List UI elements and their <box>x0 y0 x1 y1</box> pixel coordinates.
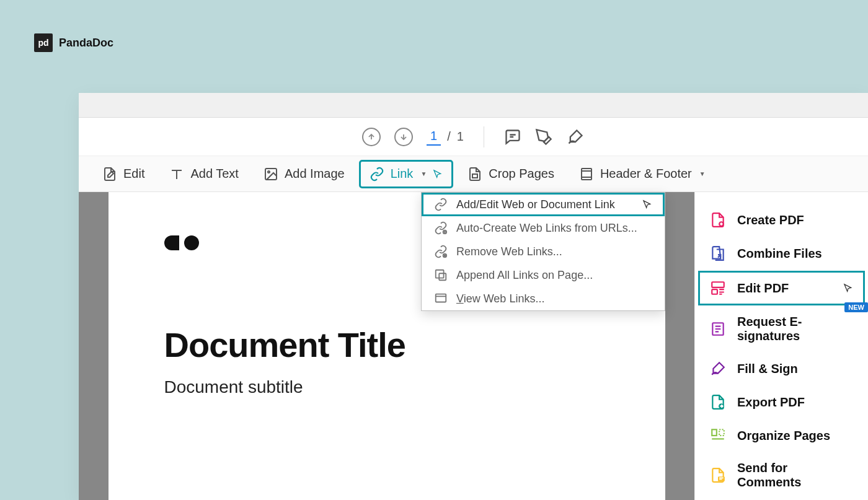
svg-rect-2 <box>582 169 591 180</box>
highlight-pen-icon[interactable] <box>535 128 552 146</box>
brand-name: PandaDoc <box>59 37 113 50</box>
tool-link[interactable]: Link ▼ <box>361 162 452 186</box>
tool-crop-label: Crop Pages <box>489 167 554 181</box>
chevron-down-icon: ▼ <box>420 170 427 177</box>
side-organize-pages[interactable]: Organize Pages <box>695 419 868 452</box>
edit-pdf-icon <box>710 280 726 296</box>
link-menu-remove[interactable]: Remove Web Links... <box>422 240 665 263</box>
tool-header-footer-label: Header & Footer <box>600 167 692 181</box>
link-menu-append[interactable]: Append All Links on Page... <box>422 263 665 287</box>
link-view-icon <box>434 292 448 305</box>
side-create-pdf-label: Create PDF <box>737 213 804 227</box>
esign-icon <box>710 321 726 337</box>
tool-link-label: Link <box>391 167 414 181</box>
side-export-pdf[interactable]: Export PDF <box>695 385 868 419</box>
cursor-icon <box>642 200 652 209</box>
arrow-down-icon <box>399 133 408 141</box>
chevron-down-icon: ▼ <box>699 170 706 177</box>
link-auto-icon <box>434 221 448 235</box>
organize-pages-icon <box>710 428 726 444</box>
tool-edit-label: Edit <box>123 167 144 181</box>
sign-pen-icon[interactable] <box>566 128 585 146</box>
svg-rect-7 <box>436 294 446 302</box>
tool-header-footer[interactable]: Header & Footer ▼ <box>570 162 714 186</box>
side-fill-sign[interactable]: Fill & Sign <box>695 352 868 385</box>
crop-page-icon <box>467 167 482 182</box>
edit-doc-icon <box>102 167 117 182</box>
text-icon <box>169 167 184 182</box>
combine-files-icon <box>710 245 726 261</box>
link-menu-append-label: Append All Links on Page... <box>456 269 593 282</box>
current-page-input[interactable]: 1 <box>427 128 441 146</box>
side-organize-pages-label: Organize Pages <box>737 429 830 443</box>
svg-rect-10 <box>712 289 717 294</box>
page-indicator: 1 / 1 <box>427 128 464 146</box>
cursor-icon <box>843 283 853 293</box>
side-send-comments-label: Send for Comments <box>737 461 853 489</box>
tool-add-image-label: Add Image <box>285 167 345 181</box>
tool-add-image[interactable]: Add Image <box>255 162 353 186</box>
page-up-button[interactable] <box>362 128 381 146</box>
link-menu-remove-label: Remove Web Links... <box>456 245 562 258</box>
svg-rect-13 <box>712 429 717 436</box>
app-window: 1 / 1 Edit Add Text Add Image <box>79 93 868 500</box>
side-edit-pdf[interactable]: Edit PDF <box>699 271 864 305</box>
side-combine-files[interactable]: Combine Files <box>695 237 868 270</box>
page-down-button[interactable] <box>394 128 413 146</box>
side-edit-pdf-label: Edit PDF <box>737 281 789 296</box>
document-subtitle: Document subtitle <box>164 377 609 397</box>
send-comments-icon <box>710 467 726 483</box>
arrow-up-icon <box>367 133 376 141</box>
svg-rect-6 <box>439 273 446 280</box>
comment-icon[interactable] <box>504 128 521 146</box>
svg-rect-14 <box>719 429 724 436</box>
link-dropdown: Add/Edit Web or Document Link Auto-Creat… <box>421 192 665 311</box>
link-icon <box>370 167 384 182</box>
divider <box>484 126 484 147</box>
tool-add-text[interactable]: Add Text <box>161 162 247 186</box>
window-titlebar <box>79 93 868 118</box>
header-footer-icon <box>579 167 594 182</box>
side-combine-files-label: Combine Files <box>737 247 822 261</box>
side-create-pdf[interactable]: Create PDF <box>695 203 868 237</box>
tool-add-text-label: Add Text <box>190 167 238 181</box>
tool-crop-pages[interactable]: Crop Pages <box>459 162 563 186</box>
side-request-esign[interactable]: NEW Request E-signatures <box>695 306 868 352</box>
link-menu-auto-create-label: Auto-Create Web Links from URLs... <box>456 222 637 235</box>
link-remove-icon <box>434 245 448 258</box>
export-pdf-icon <box>710 394 726 410</box>
side-send-comments[interactable]: Send for Comments <box>695 452 868 498</box>
link-menu-add-edit[interactable]: Add/Edit Web or Document Link <box>422 193 665 216</box>
side-request-esign-label: Request E-signatures <box>737 315 853 343</box>
image-icon <box>264 167 278 182</box>
create-pdf-icon <box>710 212 726 228</box>
brand-logo: pd PandaDoc <box>34 33 113 52</box>
document-title: Document Title <box>164 325 609 365</box>
link-append-icon <box>434 268 448 282</box>
svg-point-1 <box>268 171 270 173</box>
side-fill-sign-label: Fill & Sign <box>737 362 798 376</box>
link-menu-view-label: View Web Links... <box>456 292 544 305</box>
page-separator: / <box>447 129 451 144</box>
total-pages: 1 <box>457 129 464 144</box>
link-menu-auto-create[interactable]: Auto-Create Web Links from URLs... <box>422 216 665 240</box>
new-badge: NEW <box>844 302 868 312</box>
fill-sign-icon <box>710 361 726 377</box>
page-nav-bar: 1 / 1 <box>79 118 868 156</box>
svg-rect-9 <box>712 282 724 287</box>
tools-sidebar: Create PDF Combine Files Edit PDF NEW Re… <box>694 192 868 500</box>
brand-mark: pd <box>34 33 53 52</box>
link-menu-add-edit-label: Add/Edit Web or Document Link <box>456 198 615 211</box>
link-menu-view[interactable]: View Web Links... <box>422 287 665 310</box>
cursor-icon <box>433 169 443 179</box>
edit-toolbar: Edit Add Text Add Image Link ▼ Crop Page… <box>79 156 868 192</box>
side-export-pdf-label: Export PDF <box>737 395 805 410</box>
tool-edit[interactable]: Edit <box>94 162 153 186</box>
link-add-icon <box>434 198 448 211</box>
